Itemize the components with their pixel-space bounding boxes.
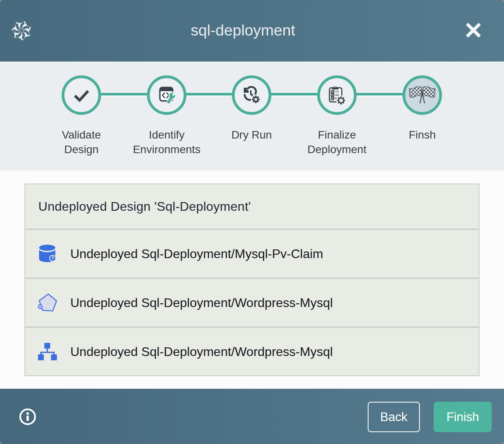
svg-text:?: ? xyxy=(51,256,54,260)
